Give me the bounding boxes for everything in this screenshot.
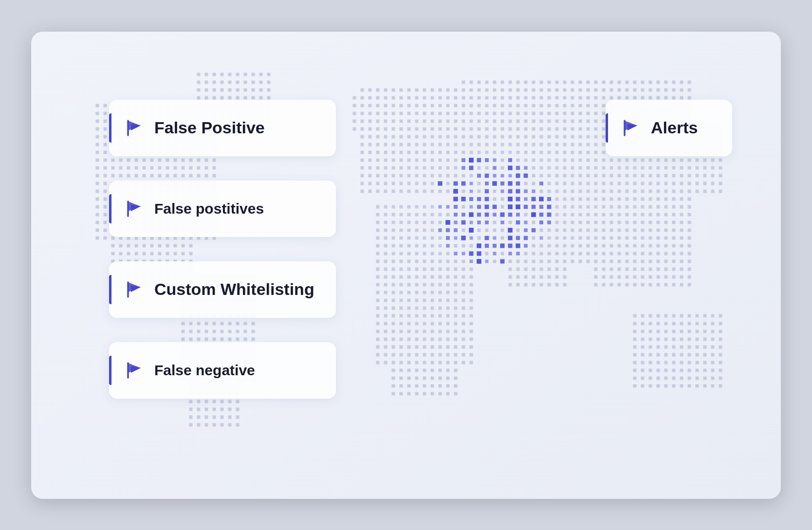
main-screen: False Positive False postitives — [31, 32, 781, 499]
alerts-card[interactable]: Alerts — [606, 100, 732, 156]
false-positive-label: False Positive — [154, 118, 265, 137]
false-positive-card[interactable]: False Positive — [109, 100, 336, 156]
flag-icon-alerts — [622, 119, 640, 137]
card-border-accent — [109, 275, 111, 304]
false-negative-label: False negative — [154, 362, 255, 379]
flag-icon-4 — [125, 361, 144, 380]
svg-marker-13 — [627, 124, 637, 130]
custom-whitelisting-label: Custom Whitelisting — [154, 280, 314, 299]
card-border-accent-right — [606, 113, 608, 143]
left-cards-container: False Positive False postitives — [109, 100, 336, 399]
false-positives-label: False postitives — [154, 201, 264, 217]
flag-icon-2 — [125, 200, 144, 218]
svg-marker-1 — [131, 124, 141, 130]
right-cards-container: Alerts — [606, 100, 732, 156]
svg-marker-4 — [131, 204, 141, 211]
card-border-accent — [109, 356, 111, 385]
card-border-accent — [109, 113, 111, 143]
false-positives-card[interactable]: False postitives — [109, 181, 336, 237]
card-border-accent — [109, 194, 111, 223]
false-negative-card[interactable]: False negative — [109, 342, 336, 399]
alerts-label: Alerts — [651, 118, 698, 137]
flag-icon — [125, 119, 144, 137]
svg-marker-10 — [131, 366, 141, 373]
flag-icon-3 — [125, 280, 144, 299]
custom-whitelisting-card[interactable]: Custom Whitelisting — [109, 261, 336, 318]
svg-marker-7 — [131, 285, 141, 292]
